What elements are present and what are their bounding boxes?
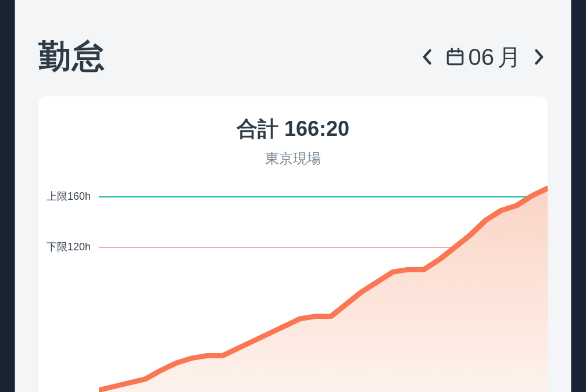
prev-month-button[interactable] (419, 49, 435, 65)
cumulative-chart (99, 178, 548, 392)
chevron-right-icon (534, 49, 545, 65)
chevron-left-icon (421, 49, 432, 65)
svg-rect-0 (448, 51, 463, 64)
total-label: 合計 (237, 117, 278, 141)
total-value: 166:20 (284, 117, 349, 141)
page-title: 勤怠 (38, 35, 106, 79)
calendar-icon (445, 47, 465, 67)
month-number: 06 (469, 44, 495, 70)
next-month-button[interactable] (531, 49, 548, 65)
month-suffix: 月 (498, 41, 521, 73)
card-title: 合計 166:20 (38, 115, 548, 143)
lower-limit-label: 下限120h (47, 240, 91, 254)
month-navigator: 06 月 (419, 41, 548, 73)
card-subtitle: 東京現場 (38, 149, 548, 168)
upper-limit-label: 上限160h (47, 189, 91, 203)
month-selector[interactable]: 06 月 (445, 41, 521, 73)
attendance-card: 合計 166:20 東京現場 上限160h 下限120h (38, 96, 548, 392)
chart-area: 上限160h 下限120h (38, 184, 548, 392)
